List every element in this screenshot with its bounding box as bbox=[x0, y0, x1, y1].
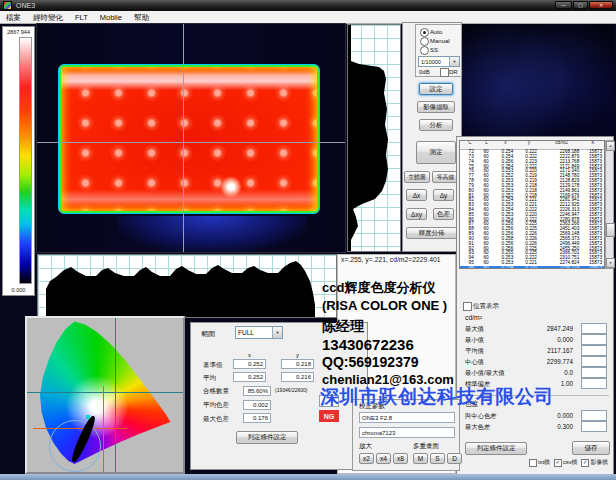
radio-manual[interactable] bbox=[420, 37, 429, 46]
colorbar-gradient bbox=[19, 37, 32, 284]
threshold-input[interactable] bbox=[581, 378, 607, 389]
delta-x-button[interactable]: Δx bbox=[406, 189, 427, 201]
unit-label: cd/m² bbox=[465, 315, 482, 322]
scroll-thumb[interactable] bbox=[606, 223, 615, 237]
color-diff-button[interactable]: 色差 bbox=[433, 208, 454, 220]
blue-glow bbox=[117, 216, 307, 252]
position-display-label: 位置表示 bbox=[473, 303, 499, 310]
calibration-panel: 校正參數 ONE3 F2.8 chroma7123 放大 x2x4x8 多重畫面… bbox=[352, 399, 460, 471]
calibration-field-lens[interactable]: ONE3 F2.8 bbox=[359, 412, 455, 423]
watermark-line: (RISA COLOR ONE ) bbox=[322, 299, 447, 312]
average-x-value[interactable]: 0.252 bbox=[233, 372, 266, 382]
zoom-x8-button[interactable]: x8 bbox=[393, 453, 408, 464]
view-3d-button[interactable]: 立體圖 bbox=[404, 171, 430, 183]
average-y-value[interactable]: 0.216 bbox=[281, 372, 314, 382]
horizontal-profile-curve bbox=[38, 255, 336, 317]
contour-button[interactable]: 等高線 bbox=[432, 171, 459, 183]
maximize-button[interactable]: ▢ bbox=[573, 1, 588, 9]
save-button[interactable]: 儲存 bbox=[572, 441, 610, 455]
judge-settings-button[interactable]: 判定條件設定 bbox=[465, 442, 527, 455]
multi-screen-label: 多重畫面 bbox=[413, 443, 439, 450]
cie-crosshair-horizontal bbox=[27, 392, 183, 393]
range-select[interactable]: FULL ▼ bbox=[235, 326, 283, 339]
table-header-cell: y bbox=[517, 141, 541, 149]
multi-S-button[interactable]: S bbox=[430, 453, 445, 464]
watermark-line: QQ:569192379 bbox=[322, 355, 419, 369]
average-label: 平均 bbox=[203, 375, 216, 382]
radio-auto[interactable] bbox=[420, 28, 429, 37]
threshold-input[interactable] bbox=[581, 367, 607, 378]
column-x-label: x bbox=[248, 352, 251, 358]
zoom-x4-button[interactable]: x4 bbox=[376, 453, 391, 464]
capture-groupbox: Auto Manual SS 1/10000 ▼ 0dB DR bbox=[415, 24, 462, 77]
crosshair-vertical[interactable] bbox=[183, 24, 184, 252]
position-display-checkbox[interactable] bbox=[463, 302, 472, 311]
judge-settings-button-range[interactable]: 判定條件設定 bbox=[236, 431, 298, 444]
settings-button[interactable]: 設定 bbox=[419, 83, 453, 95]
threshold-input[interactable] bbox=[581, 356, 607, 367]
max-color-diff-label: 最大色差 bbox=[203, 416, 229, 423]
chevron-down-icon: ▼ bbox=[272, 327, 282, 338]
minimize-button[interactable]: — bbox=[555, 1, 572, 9]
zoom-label: 放大 bbox=[359, 443, 372, 450]
multi-M-button[interactable]: M bbox=[413, 453, 428, 464]
radio-ss[interactable] bbox=[420, 46, 429, 55]
menu-item-0[interactable]: 檔案 bbox=[0, 11, 27, 24]
analyze-button[interactable]: 分析 bbox=[419, 119, 453, 131]
chroma-stat-row: 最大色差0.300 bbox=[457, 421, 615, 432]
measurement-table[interactable]: CLxycd/m2K 72600.2540.2222268.1881587373… bbox=[459, 140, 605, 269]
menu-item-4[interactable]: 幫助 bbox=[128, 11, 155, 24]
scroll-down-icon[interactable]: ▼ bbox=[606, 258, 615, 268]
table-row[interactable]: 96600.2540.2202256.17615873 bbox=[460, 266, 604, 269]
threshold-input[interactable] bbox=[581, 410, 607, 421]
file-type-checkbox-txt檔[interactable]: txt檔 bbox=[529, 458, 550, 467]
ng-status-badge: NG bbox=[319, 410, 339, 422]
luminance-heatmap-view[interactable] bbox=[37, 24, 345, 252]
avg-color-diff-value: 0.002 bbox=[243, 400, 271, 410]
file-type-options: txt檔✓csv檔✓影像檔 bbox=[525, 458, 608, 467]
luminance-stat-row: 平均值2117.167 bbox=[457, 345, 615, 356]
app-window: ONE3 — ▢ ✕ 檔案經時變化FLTMobile幫助 2867.944 0.… bbox=[0, 0, 616, 480]
menu-item-1[interactable]: 經時變化 bbox=[27, 11, 69, 24]
threshold-input[interactable] bbox=[581, 323, 607, 334]
crosshair-horizontal[interactable] bbox=[37, 142, 345, 143]
reference-y-value[interactable]: 0.218 bbox=[281, 359, 314, 369]
calibration-field-chroma[interactable]: chroma7123 bbox=[359, 427, 455, 438]
horizontal-profile-plot bbox=[37, 254, 337, 318]
delta-xy-button[interactable]: Δxy bbox=[406, 208, 427, 220]
file-type-checkbox-影像檔[interactable]: ✓影像檔 bbox=[581, 458, 607, 467]
scroll-up-icon[interactable]: ▲ bbox=[606, 141, 615, 151]
chroma-stats: 與中心色差0.000最大色差0.300 bbox=[457, 410, 615, 432]
threshold-input[interactable] bbox=[581, 345, 607, 356]
luminance-distribution-button[interactable]: 輝度分佈 bbox=[406, 227, 457, 239]
reference-label: 基準值 bbox=[203, 362, 223, 369]
gain-label: 0dB bbox=[419, 69, 430, 75]
shutter-select[interactable]: 1/10000 ▼ bbox=[418, 56, 460, 67]
multi-screen-buttons: MSD bbox=[413, 453, 462, 464]
menu-item-3[interactable]: Mobile bbox=[94, 11, 128, 24]
zoom-x2-button[interactable]: x2 bbox=[359, 453, 374, 464]
threshold-input[interactable] bbox=[581, 421, 607, 432]
delta-y-button[interactable]: Δy bbox=[433, 189, 454, 201]
target-crosshair-vertical bbox=[103, 386, 104, 472]
image-capture-button[interactable]: 影像擷取 bbox=[417, 101, 455, 113]
app-icon bbox=[3, 1, 12, 10]
cie-chromaticity-diagram[interactable] bbox=[25, 316, 185, 474]
measure-button[interactable]: 測定 bbox=[416, 141, 456, 164]
table-body: 72600.2540.2222268.1881587373600.2540.22… bbox=[460, 150, 604, 269]
menubar: 檔案經時變化FLTMobile幫助 bbox=[0, 11, 616, 24]
threshold-input[interactable] bbox=[581, 334, 607, 345]
file-type-checkbox-csv檔[interactable]: ✓csv檔 bbox=[554, 458, 578, 467]
menu-item-2[interactable]: FLT bbox=[69, 11, 94, 24]
dr-checkbox[interactable] bbox=[440, 68, 449, 77]
watermark-line: chenlian21@163.com bbox=[322, 373, 454, 386]
cursor-readout: x=.255, y=.221, cd/m2=2229.401 bbox=[341, 256, 441, 263]
window-bottom-border bbox=[0, 474, 616, 480]
close-button[interactable]: ✕ bbox=[589, 1, 613, 9]
table-scrollbar[interactable]: ▲ ▼ bbox=[605, 140, 614, 269]
reference-x-value[interactable]: 0.252 bbox=[233, 359, 266, 369]
multi-D-button[interactable]: D bbox=[447, 453, 462, 464]
chroma-stat-row: 與中心色差0.000 bbox=[457, 410, 615, 421]
colorbar-min-value: 0.000 bbox=[3, 287, 34, 293]
vertical-profile-plot bbox=[347, 24, 401, 252]
